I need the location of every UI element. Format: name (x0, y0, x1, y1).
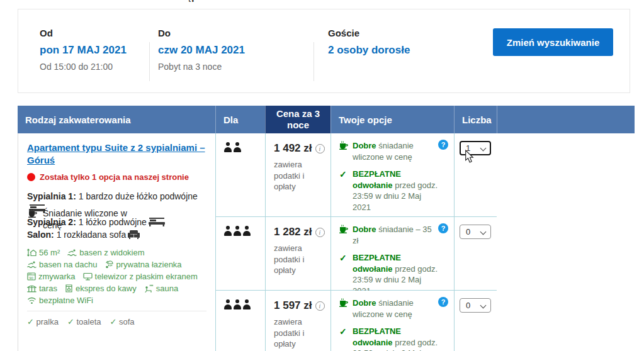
free-cancellation-option: BEZPŁATNE odwołanie przed godz. 23:59 w … (339, 326, 438, 351)
coffee-cup-icon (28, 209, 38, 218)
free-cancellation-option: BEZPŁATNE odwołanie przed godz. 23:59 w … (339, 169, 438, 213)
options-cell: Dobre śniadanie wliczone w cenę BEZPŁATN… (330, 133, 454, 217)
coffee-cup-icon (339, 298, 349, 307)
breakfast-included-note: Śniadanie wliczone w cenę (28, 208, 147, 231)
help-icon[interactable] (438, 223, 448, 233)
coffee-cup-icon (339, 141, 349, 150)
red-dot-icon (27, 173, 35, 181)
quantity-cell: 0 (454, 217, 497, 291)
divider (314, 42, 314, 81)
checkout-label: Do (158, 28, 245, 38)
double-bed-icon (149, 218, 165, 226)
occupancy-cell (215, 217, 265, 291)
breakfast-option: Dobre śniadanie wliczone w cenę (339, 298, 438, 320)
occupancy-icons (224, 142, 265, 152)
help-icon[interactable] (438, 140, 448, 150)
info-icon[interactable]: i (315, 144, 325, 153)
amenity-item: taras (27, 284, 57, 293)
free-cancellation-option: BEZPŁATNE odwołanie przed godz. 23:59 w … (339, 252, 438, 296)
price-note: zawiera podatki i opłaty (274, 316, 319, 350)
amenities-list: 56 m² basen z widokiem basen na dachu pr… (27, 248, 206, 305)
info-icon[interactable]: i (315, 301, 325, 311)
occupancy-icons (224, 226, 265, 236)
amenity-item: basen z widokiem (67, 248, 144, 257)
header-room-type: Rodzaj zakwaterowania (18, 106, 215, 133)
person-icon (224, 226, 232, 236)
person-icon (234, 299, 241, 309)
guests-column: Goście 2 osoby dorosłe (328, 28, 410, 57)
divider (27, 311, 206, 311)
stay-length: Pobyt na 3 noce (158, 62, 245, 72)
checkin-hours: Od 15:00 do 21:00 (40, 62, 127, 72)
header-spacer (497, 106, 635, 133)
amenity-item: 90zmywarka (27, 272, 76, 281)
price-amount: 1 597 zł (274, 299, 312, 312)
availability-table-header: Rodzaj zakwaterowania Dla Cena za 3 noce… (18, 106, 635, 133)
amenity-item: basen na dachu (27, 260, 98, 269)
svg-text:90: 90 (29, 276, 33, 280)
feature-item: sofa (110, 317, 135, 326)
header-count: Liczba (454, 106, 497, 133)
header-price: Cena za 3 noce (265, 106, 330, 133)
quantity-select[interactable]: 0 (460, 225, 491, 239)
amenity-item: prywatna łazienka (105, 260, 182, 269)
price-note: zawiera podatki i opłaty (274, 159, 319, 192)
booking-availability-page: ęp Od pon 17 MAJ 2021 Od 15:00 do 21:00 … (0, 0, 644, 351)
terrace-icon (27, 284, 37, 292)
guests-label: Goście (328, 28, 410, 38)
price-note: zawiera podatki i opłaty (274, 243, 319, 276)
clipped-heading-fragment: ęp (186, 0, 224, 4)
amenity-item: 56 m² (27, 248, 60, 257)
quantity-cell: 0 (454, 291, 497, 351)
person-icon (243, 226, 251, 236)
checkmark-icon (339, 169, 347, 181)
scarcity-warning: Została tylko 1 opcja na naszej stronie (27, 172, 206, 182)
person-icon (234, 226, 241, 236)
checkmark-icon (339, 252, 347, 264)
checkin-column: Od pon 17 MAJ 2021 Od 15:00 do 21:00 (40, 28, 127, 72)
breakfast-option: Dobre śniadanie wliczone w cenę (339, 140, 438, 162)
occupancy-cell (215, 133, 265, 217)
quantity-cell: 1 (454, 133, 497, 217)
amenity-item: telewizor z płaskim ekranem (83, 272, 198, 281)
person-icon (234, 142, 241, 152)
coffee-machine-icon (65, 284, 73, 292)
feature-item: toaleta (67, 317, 101, 326)
checkmark-icon (339, 326, 347, 338)
sofa-icon (128, 230, 140, 239)
person-icon (243, 299, 251, 309)
sauna-icon (144, 284, 154, 292)
amenity-item: bezpłatne WiFi (27, 296, 93, 305)
info-icon[interactable]: i (315, 228, 325, 237)
occupancy-icons (224, 299, 265, 309)
room-name-link[interactable]: Apartament typu Suite z 2 sypialniami – … (27, 142, 206, 166)
apartment-size-icon (27, 248, 37, 257)
price-cell: 1 492 złi zawiera podatki i opłaty (265, 133, 330, 217)
checkout-date: czw 20 MAJ 2021 (158, 44, 245, 57)
price-cell: 1 597 złi zawiera podatki i opłaty (265, 291, 330, 351)
breakfast-option: Dobre śniadanie – 35 zł (339, 224, 438, 246)
amenity-item: ekspres do kawy (65, 284, 137, 293)
coffee-cup-icon (339, 225, 349, 233)
price-amount: 1 282 zł (274, 226, 312, 238)
features-checklist: pralka toaleta sofa (27, 317, 206, 326)
help-icon[interactable] (438, 297, 448, 307)
quantity-select[interactable]: 1 (460, 141, 491, 155)
pool-icon (67, 248, 77, 257)
private-bathroom-icon (105, 260, 114, 269)
divider (149, 42, 150, 81)
header-occupancy: Dla (215, 106, 265, 133)
checkin-date: pon 17 MAJ 2021 (40, 44, 127, 57)
change-search-button[interactable]: Zmień wyszukiwanie (493, 28, 613, 56)
options-cell: Dobre śniadanie wliczone w cenę BEZPŁATN… (330, 291, 454, 351)
person-icon (224, 299, 232, 309)
quantity-select[interactable]: 0 (460, 298, 491, 313)
room-description-cell: Apartament typu Suite z 2 sypialniami – … (18, 133, 215, 351)
flatscreen-tv-icon (83, 272, 93, 281)
search-summary-box: Od pon 17 MAJ 2021 Od 15:00 do 21:00 Do … (18, 9, 630, 93)
pool-icon (27, 260, 37, 269)
options-cell: Dobre śniadanie – 35 zł BEZPŁATNE odwoła… (330, 217, 454, 291)
dishwasher-icon: 90 (27, 272, 36, 281)
checkin-label: Od (40, 28, 127, 38)
header-options: Twoje opcje (330, 106, 454, 133)
